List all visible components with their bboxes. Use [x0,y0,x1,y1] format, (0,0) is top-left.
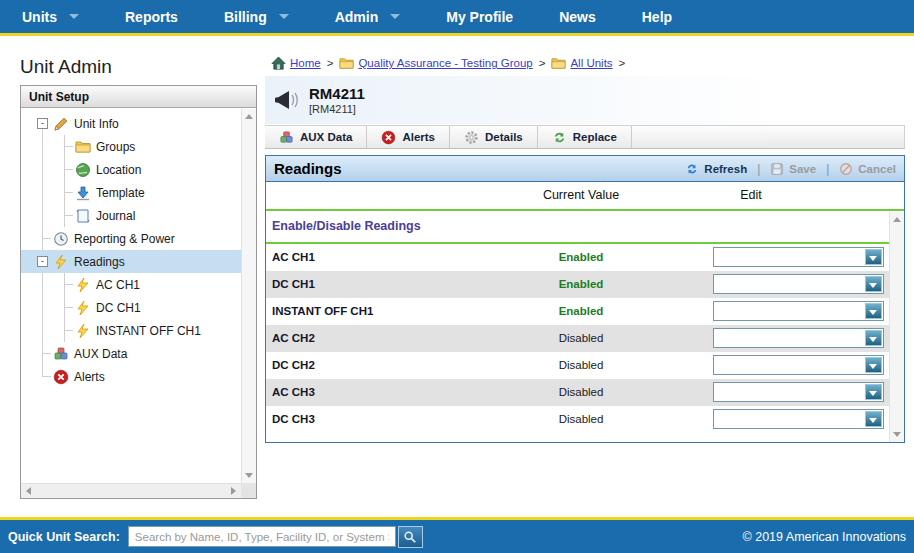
scroll-up-icon[interactable] [893,217,901,222]
reading-edit-dropdown[interactable] [713,382,884,402]
sidebar-horizontal-scrollbar[interactable] [21,483,241,498]
unit-header: RM4211 [RM4211] [265,76,905,124]
reading-label: INSTANT OFF CH1 [272,305,373,317]
download-icon [75,185,91,201]
folder-icon [339,56,354,71]
reading-edit-dropdown[interactable] [713,247,884,267]
reading-edit-dropdown[interactable] [713,409,884,429]
nav-admin-label: Admin [335,9,379,25]
reading-label: AC CH3 [272,386,315,398]
breadcrumb-group-link[interactable]: Quality Assurance - Testing Group [358,57,532,69]
reading-edit-dropdown[interactable] [713,301,884,321]
readings-column-header: Current Value Edit [266,182,904,209]
scrollbar-corner [241,483,256,498]
nav-reports-label: Reports [125,9,178,25]
collapse-icon[interactable]: - [37,256,48,267]
alert-icon [381,130,396,145]
collapse-icon[interactable]: - [37,118,48,129]
tree-item-label: Alerts [74,370,105,384]
chevron-down-icon [869,283,877,288]
tree-item-groups[interactable]: Groups [21,135,241,158]
breadcrumb-separator: > [619,57,626,69]
chevron-down-icon [869,337,877,342]
tree-item-dc-ch1[interactable]: DC CH1 [21,296,241,319]
dropdown-button[interactable] [865,249,882,265]
tree-item-label: AUX Data [74,347,127,361]
breadcrumb-separator: > [327,57,334,69]
refresh-label: Refresh [704,163,747,175]
dropdown-button[interactable] [865,384,882,400]
tree-item-readings[interactable]: - Readings [21,250,241,273]
scroll-down-icon[interactable] [893,432,901,437]
dropdown-button[interactable] [865,303,882,319]
chevron-down-icon [279,14,289,19]
dropdown-button[interactable] [865,411,882,427]
chevron-down-icon [869,310,877,315]
reading-current-value: Disabled [516,359,646,371]
cancel-icon [839,162,853,176]
gear-icon [464,130,479,145]
chevron-down-icon [869,364,877,369]
dropdown-button[interactable] [865,357,882,373]
nav-my-profile[interactable]: My Profile [446,9,513,25]
search-button[interactable] [398,526,423,548]
reading-edit-dropdown[interactable] [713,355,884,375]
unit-name: RM4211 [309,85,365,102]
scroll-down-icon[interactable] [245,473,253,478]
reading-label: DC CH3 [272,413,315,425]
tab-replace[interactable]: Replace [538,126,632,148]
quick-unit-search-input[interactable] [128,526,396,547]
nav-units-label: Units [22,9,57,25]
refresh-button[interactable]: Refresh [685,162,747,176]
home-icon [271,56,286,71]
reading-row-ac-ch1: AC CH1 Enabled [266,244,904,271]
dropdown-button[interactable] [865,330,882,346]
refresh-icon [685,162,699,176]
reading-edit-dropdown[interactable] [713,274,884,294]
sidebar-vertical-scrollbar[interactable] [241,109,256,483]
nav-billing[interactable]: Billing [224,9,289,25]
unit-id: [RM4211] [309,103,365,115]
breadcrumb-home-link[interactable]: Home [290,57,321,69]
scroll-right-icon[interactable] [231,487,236,495]
globe-icon [75,162,91,178]
tree-item-template[interactable]: Template [21,181,241,204]
nav-reports[interactable]: Reports [125,9,178,25]
scroll-left-icon[interactable] [26,487,31,495]
quick-unit-search-label: Quick Unit Search: [8,530,120,544]
scroll-up-icon[interactable] [245,114,253,119]
nav-news[interactable]: News [559,9,596,25]
save-button[interactable]: Save [770,162,816,176]
reading-label: DC CH2 [272,359,315,371]
tree-item-label: Location [96,163,141,177]
dropdown-button[interactable] [865,276,882,292]
reading-current-value: Enabled [516,305,646,317]
reading-current-value: Disabled [516,413,646,425]
tree-item-ac-ch1[interactable]: AC CH1 [21,273,241,296]
reading-row-dc-ch1: DC CH1 Enabled [266,271,904,298]
tree-item-journal[interactable]: Journal [21,204,241,227]
action-separator: | [757,162,760,176]
nav-billing-label: Billing [224,9,267,25]
nav-help[interactable]: Help [642,9,672,25]
reading-row-ac-ch3: AC CH3 Disabled [266,379,904,406]
breadcrumb-all-units-link[interactable]: All Units [570,57,612,69]
tree-item-reporting-power[interactable]: Reporting & Power [21,227,241,250]
cancel-button[interactable]: Cancel [839,162,896,176]
tree-item-instant-off-ch1[interactable]: INSTANT OFF CH1 [21,319,241,342]
copyright-text: © 2019 American Innovations [743,530,906,544]
nav-admin[interactable]: Admin [335,9,401,25]
tab-details[interactable]: Details [450,126,538,148]
reading-edit-dropdown[interactable] [713,328,884,348]
tree-item-aux-data[interactable]: AUX Data [21,342,241,365]
readings-vertical-scrollbar[interactable] [889,212,904,442]
nav-units[interactable]: Units [22,9,79,25]
tree-item-unit-info[interactable]: - Unit Info [21,112,241,135]
tab-alerts[interactable]: Alerts [367,126,450,148]
tree-item-alerts[interactable]: Alerts [21,365,241,388]
tab-aux-data[interactable]: AUX Data [265,126,367,148]
tree-item-location[interactable]: Location [21,158,241,181]
tree-item-label: Readings [74,255,125,269]
tab-label: Alerts [402,131,435,143]
pencil-icon [53,116,69,132]
